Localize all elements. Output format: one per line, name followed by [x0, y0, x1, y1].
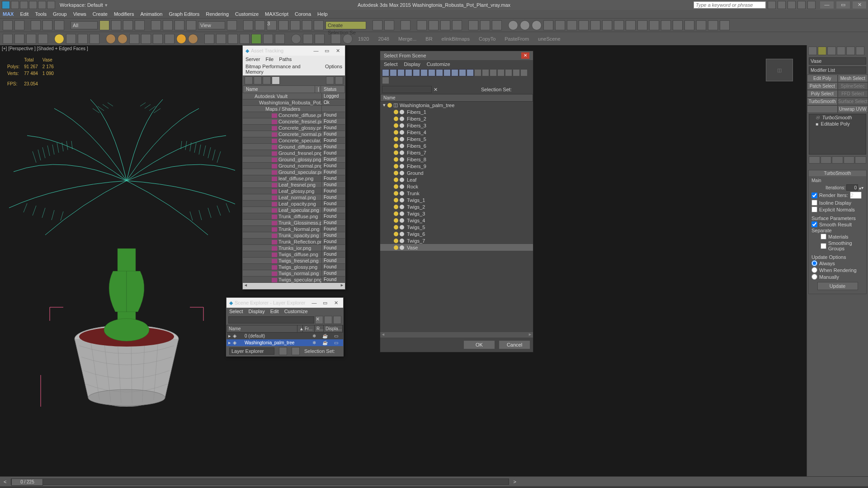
tb2-icon[interactable] — [303, 34, 313, 44]
object-name-input[interactable] — [809, 57, 866, 65]
tb2-icon[interactable] — [204, 34, 214, 44]
filter-light-icon[interactable] — [405, 69, 412, 76]
chevron-down-icon[interactable]: ▾ — [105, 2, 108, 8]
asset-row[interactable]: Concrete_glossy.pngFound — [243, 125, 345, 131]
sphere-icon[interactable] — [291, 34, 301, 44]
signin-icon[interactable] — [778, 1, 786, 9]
asset-row[interactable]: Twigs_fresnel.pngFound — [243, 258, 345, 264]
viewport-label[interactable]: [+] [Perspective ] [Shaded + Edged Faces… — [2, 46, 88, 51]
explicit-normals-check[interactable]: Explicit Normals — [811, 206, 863, 213]
turbosmooth-button[interactable]: TurboSmooth — [807, 98, 838, 105]
clear-icon[interactable]: ✕ — [434, 87, 438, 93]
bulb-icon[interactable] — [394, 157, 398, 162]
asset-row[interactable]: Concrete_normal.pngFound — [243, 131, 345, 137]
ok-button[interactable]: OK — [463, 340, 495, 349]
select-region-icon[interactable] — [123, 20, 133, 30]
scene-explorer-icon[interactable] — [417, 20, 427, 30]
angle-snap-icon[interactable] — [278, 20, 288, 30]
scene-row[interactable]: Twigs_2 — [380, 203, 533, 210]
prev-frame-icon[interactable]: < — [4, 479, 6, 484]
tb-icon[interactable] — [673, 20, 683, 30]
unwrapuvw-button[interactable]: Unwrap UVW — [838, 105, 868, 113]
menu-item[interactable]: Modifiers — [114, 11, 134, 17]
undo-icon[interactable] — [3, 20, 13, 30]
align-icon[interactable] — [384, 20, 394, 30]
tb2-icon[interactable] — [38, 34, 48, 44]
tb-icon[interactable] — [520, 69, 528, 76]
tb2-icon[interactable] — [66, 34, 76, 44]
filter-camera-icon[interactable] — [413, 69, 420, 76]
asset-row[interactable]: Trunk_opacity.pngFound — [243, 232, 345, 239]
mirror-icon[interactable] — [373, 20, 382, 30]
asset-row[interactable]: Leaf_fresnel.pngFound — [243, 182, 345, 188]
tb-icon[interactable] — [543, 20, 553, 30]
rollout-header[interactable]: TurboSmooth — [809, 170, 866, 176]
display-tab-icon[interactable] — [846, 47, 855, 55]
bulb-icon[interactable] — [387, 103, 392, 108]
tb-icon[interactable] — [602, 20, 612, 30]
sphere-icon[interactable] — [118, 34, 127, 44]
asset-row[interactable]: Autodesk VaultLogged ... — [243, 93, 345, 99]
time-handle[interactable]: 0 / 225 — [11, 479, 43, 486]
asset-row[interactable]: Ground_specular.pngFound — [243, 169, 345, 175]
menu-item[interactable]: Tools — [35, 11, 47, 17]
menu-item[interactable]: Select — [229, 309, 243, 314]
scene-row[interactable]: Ground — [380, 169, 533, 176]
layer-icon[interactable] — [401, 20, 410, 30]
scene-row[interactable]: Fibers_4 — [380, 129, 533, 136]
show-result-icon[interactable] — [821, 156, 832, 164]
help-icon[interactable] — [807, 1, 816, 9]
menu-item[interactable]: Animation — [141, 11, 163, 17]
scene-row[interactable]: Fibers_6 — [380, 142, 533, 149]
bulb-icon[interactable] — [394, 205, 398, 209]
tb-icon[interactable] — [684, 20, 694, 30]
menu-item[interactable]: Customize — [235, 11, 259, 17]
bulb-icon[interactable] — [394, 245, 398, 250]
stack-item[interactable]: ■ Editable Poly — [809, 121, 866, 127]
link-icon[interactable] — [31, 20, 41, 30]
bulb-icon[interactable] — [394, 198, 398, 202]
maximize-icon[interactable]: ▭ — [322, 48, 331, 54]
collapse-icon[interactable]: ▾ — [383, 102, 386, 108]
menu-item[interactable]: Rendering — [206, 11, 229, 17]
prunescene-button[interactable]: uneScene — [534, 36, 564, 42]
clear-icon[interactable]: ✕ — [315, 316, 323, 324]
asset-row[interactable]: Ground_glossy.pngFound — [243, 156, 345, 163]
tb-icon[interactable] — [505, 69, 512, 76]
view-icon[interactable] — [439, 86, 447, 93]
smoothing-groups-check[interactable]: Smoothing Groups — [811, 240, 863, 252]
refresh-icon[interactable] — [245, 76, 253, 84]
qab-btn[interactable] — [20, 1, 28, 9]
table-icon[interactable] — [272, 76, 280, 84]
menu-item[interactable]: Views — [73, 11, 86, 17]
col-name[interactable]: Name — [227, 325, 297, 332]
tb2-icon[interactable] — [26, 34, 36, 44]
bulb-icon[interactable] — [394, 117, 398, 121]
keyboard-icon[interactable] — [255, 20, 265, 30]
filter-xref-icon[interactable] — [443, 69, 451, 76]
qab-btn[interactable] — [11, 1, 19, 9]
menu-item[interactable]: Server — [245, 56, 260, 62]
tb2-icon[interactable] — [165, 34, 175, 44]
expand-icon[interactable]: ▸ — [228, 340, 231, 346]
menu-item[interactable]: Display — [249, 309, 265, 314]
render-iters-check[interactable]: Render Iters: — [811, 191, 863, 199]
bulb-icon[interactable] — [394, 123, 398, 128]
modifier-list-combo[interactable]: Modifier List — [809, 66, 866, 74]
select-name-icon[interactable] — [111, 20, 121, 30]
spinner-icon[interactable]: ▴▾ — [859, 185, 863, 190]
scene-row[interactable]: Twigs_3 — [380, 210, 533, 217]
menu-item[interactable]: Select — [384, 61, 398, 67]
qab-btn[interactable] — [47, 1, 55, 9]
asset-row[interactable]: Concrete_fresnel.pngFound — [243, 118, 345, 125]
sun-icon[interactable] — [176, 34, 186, 44]
menu-item[interactable]: Display — [404, 61, 420, 67]
scene-row[interactable]: Twigs_4 — [380, 217, 533, 224]
light-icon[interactable] — [508, 20, 518, 30]
bulb-icon[interactable] — [394, 144, 398, 148]
render-frame-icon[interactable] — [480, 20, 490, 30]
tb2-icon[interactable] — [263, 34, 273, 44]
render-icon[interactable]: ☕ — [320, 340, 330, 345]
tb-icon[interactable] — [555, 20, 565, 30]
maximize-icon[interactable]: ▭ — [321, 300, 330, 306]
